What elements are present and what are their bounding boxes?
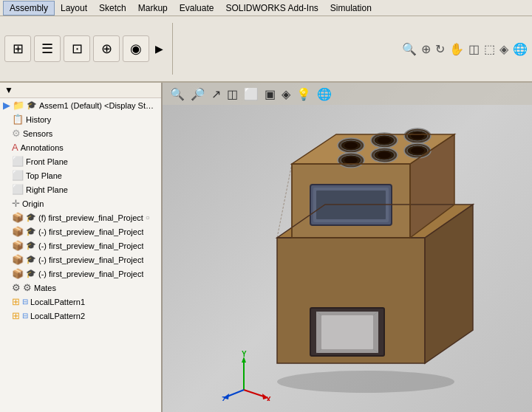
tree-item-sensors[interactable]: ⚙ Sensors — [0, 126, 161, 140]
ribbon-btn-3[interactable]: ⊡ — [64, 35, 90, 62]
tree-item-pattern1[interactable]: ⊞ ⊟ LocalLPattern1 — [0, 295, 161, 309]
right-plane-label: Right Plane — [26, 185, 68, 194]
viewport[interactable]: 🔍 🔎 ↗ ◫ ⬜ ▣ ◈ 💡 🌐 — [163, 83, 532, 412]
x-axis-label: X — [266, 396, 271, 401]
ribbon-btn-4[interactable]: ⊕ — [93, 35, 120, 62]
pattern1-icon: ⊞ — [12, 296, 20, 307]
display2-icon[interactable]: ◈ — [499, 42, 508, 56]
menu-bar: Assembly Layout Sketch Markup Evaluate S… — [0, 0, 532, 16]
assembly-icon: ▶ — [3, 100, 10, 111]
pattern2-icon2: ⊟ — [22, 312, 28, 320]
part3-label: (-) first_preview_final_Project — [38, 241, 143, 250]
tree-item-right-plane[interactable]: ⬜ Right Plane — [0, 182, 161, 196]
ribbon-btn-1[interactable]: ⊞ — [4, 35, 31, 62]
ribbon-btn-2[interactable]: ☰ — [34, 35, 61, 62]
ribbon-more[interactable]: ▶ — [152, 40, 166, 58]
mates-icon2: ⚙ — [23, 282, 32, 293]
part2-hat-icon: 🎓 — [26, 227, 36, 236]
menu-addins[interactable]: SOLIDWORKS Add-Ins — [219, 1, 324, 15]
svg-point-21 — [344, 157, 358, 164]
part5-hat-icon: 🎓 — [26, 269, 36, 278]
svg-line-9 — [277, 164, 292, 238]
filter-icon: ▼ — [4, 85, 13, 95]
render-icon[interactable]: 🌐 — [513, 42, 528, 56]
main-layout: ▼ ▶ 📁 🎓 Assem1 (Default) <Display State-… — [0, 83, 532, 412]
part4-label: (-) first_preview_final_Project — [38, 255, 143, 264]
feature-tree: ▼ ▶ 📁 🎓 Assem1 (Default) <Display State-… — [0, 83, 163, 412]
annotations-label: Annotations — [21, 143, 64, 152]
list-icon: ☰ — [41, 41, 53, 57]
tree-item-annotations[interactable]: A Annotations — [0, 140, 161, 154]
pattern2-label: LocalLPattern2 — [30, 312, 85, 320]
part5-label: (-) first_preview_final_Project — [38, 269, 143, 278]
root-label: Assem1 (Default) <Display State- — [39, 101, 158, 110]
tree-item-history[interactable]: 📋 History — [0, 112, 161, 126]
menu-sketch[interactable]: Sketch — [93, 1, 132, 15]
tree-root[interactable]: ▶ 📁 🎓 Assem1 (Default) <Display State- — [0, 98, 161, 112]
ribbon-divider — [172, 23, 173, 75]
tree-item-front-plane[interactable]: ⬜ Front Plane — [0, 154, 161, 168]
right-plane-icon: ⬜ — [12, 184, 24, 195]
part4-folder-icon: 📦 — [12, 254, 24, 265]
section-icon[interactable]: ⬚ — [484, 42, 495, 56]
viewport-background: 🔍 🔎 ↗ ◫ ⬜ ▣ ◈ 💡 🌐 — [163, 83, 532, 412]
menu-evaluate[interactable]: Evaluate — [174, 1, 220, 15]
origin-icon: ✛ — [12, 198, 20, 209]
search-icon[interactable]: 🔍 — [402, 42, 417, 56]
view-icon[interactable]: ◫ — [468, 42, 480, 56]
axes-svg: X Y Z — [222, 349, 273, 401]
tree-item-part3[interactable]: 📦 🎓 (-) first_preview_final_Project — [0, 238, 161, 253]
part3-hat-icon: 🎓 — [26, 241, 36, 250]
rotate-icon[interactable]: ↻ — [435, 42, 445, 56]
tree-item-part5[interactable]: 📦 🎓 (-) first_preview_final_Project — [0, 267, 161, 281]
mates-label: Mates — [34, 284, 56, 292]
hat-icon: 🎓 — [27, 100, 37, 110]
vp-search-icon[interactable]: 🔍 — [168, 86, 186, 103]
y-axis-label: Y — [242, 350, 247, 358]
tree-item-pattern2[interactable]: ⊞ ⊟ LocalLPattern2 — [0, 309, 161, 323]
front-plane-icon: ⬜ — [12, 156, 24, 167]
svg-point-24 — [378, 152, 391, 159]
history-label: History — [26, 115, 51, 124]
annotation-icon: A — [12, 142, 18, 153]
pattern2-icon: ⊞ — [12, 310, 20, 321]
tree-item-mates[interactable]: ⚙ ⚙ Mates — [0, 281, 161, 295]
component-icon: ⊡ — [72, 41, 83, 57]
tree-filter: ▼ — [0, 83, 161, 98]
z-axis-label: Z — [222, 396, 226, 401]
menu-layout[interactable]: Layout — [55, 1, 93, 15]
sensor-icon: ⚙ — [12, 128, 21, 139]
tree-item-part4[interactable]: 📦 🎓 (-) first_preview_final_Project — [0, 253, 161, 267]
svg-point-12 — [344, 143, 358, 149]
origin-label: Origin — [22, 199, 44, 208]
zoom-icon[interactable]: ⊕ — [421, 42, 431, 56]
part2-label: (-) first_preview_final_Project — [38, 227, 143, 236]
display-icon: ◉ — [130, 41, 142, 57]
tree-item-part1[interactable]: 📦 🎓 (f) first_preview_final_Project ○ — [0, 210, 161, 224]
vp-zoom-icon[interactable]: 🔎 — [189, 86, 207, 103]
tree-item-origin[interactable]: ✛ Origin — [0, 196, 161, 210]
svg-point-27 — [411, 148, 424, 154]
pattern1-label: LocalLPattern1 — [30, 298, 85, 306]
menu-simulation[interactable]: Simulation — [324, 1, 378, 15]
top-plane-icon: ⬜ — [12, 170, 24, 181]
svg-point-15 — [378, 137, 391, 144]
mates-icon: ⚙ — [12, 282, 21, 293]
tree-item-top-plane[interactable]: ⬜ Top Plane — [0, 168, 161, 182]
menu-assembly[interactable]: Assembly — [3, 1, 55, 16]
pan-icon[interactable]: ✋ — [449, 42, 464, 56]
part1-label: (f) first_preview_final_Project — [38, 213, 143, 222]
history-icon: 📋 — [12, 114, 24, 125]
front-plane-label: Front Plane — [26, 157, 68, 166]
ribbon: ⊞ ☰ ⊡ ⊕ ◉ ▶ 🔍 ⊕ ↻ ✋ ◫ ⬚ ◈ 🌐 — [0, 16, 532, 83]
menu-markup[interactable]: Markup — [132, 1, 174, 15]
svg-rect-33 — [321, 315, 373, 349]
mate-icon: ⊕ — [101, 41, 112, 57]
part4-hat-icon: 🎓 — [26, 255, 36, 264]
new-icon: ⊞ — [13, 41, 24, 57]
ribbon-btn-5[interactable]: ◉ — [123, 35, 149, 62]
part2-folder-icon: 📦 — [12, 226, 24, 237]
tree-item-part2[interactable]: 📦 🎓 (-) first_preview_final_Project — [0, 224, 161, 238]
assembly-folder-icon: 📁 — [13, 100, 24, 111]
sensors-label: Sensors — [23, 129, 52, 138]
